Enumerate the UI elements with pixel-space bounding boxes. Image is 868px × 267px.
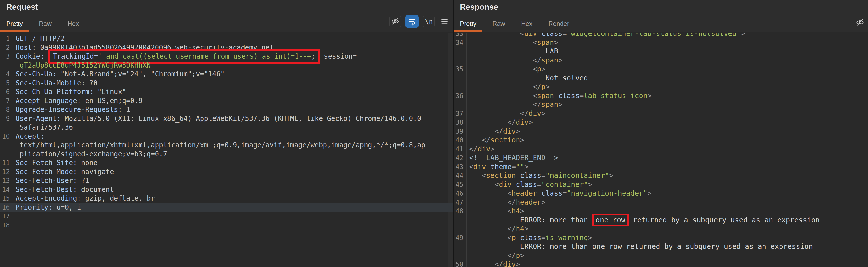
code-line: </span> [454, 56, 868, 65]
code-text: </div> [466, 144, 868, 153]
menu-icon[interactable] [439, 16, 450, 27]
code-text: Sec-Fetch-Mode: navigate [13, 168, 453, 177]
line-number: 9 [0, 114, 13, 123]
line-number: 37 [454, 109, 466, 118]
tab-render[interactable]: Render [548, 20, 569, 28]
code-line: 4Sec-Ch-Ua: "Not-A.Brand";v="24", "Chrom… [0, 70, 453, 79]
line-number: 43 [454, 162, 466, 172]
line-number: 4 [0, 70, 13, 79]
code-line: 49 <p class=is-warning> [454, 233, 868, 242]
request-editor[interactable]: 1GET / HTTP/22Host: 0a9900f403b1ad558026… [0, 33, 453, 267]
tab-hex[interactable]: Hex [68, 20, 79, 28]
code-text: GET / HTTP/2 [13, 34, 453, 43]
line-number: 2 [0, 43, 13, 52]
tab-hex[interactable]: Hex [521, 20, 532, 28]
code-line: 13Sec-Fetch-User: ?1 [0, 176, 453, 185]
line-number: 34 [454, 38, 466, 47]
newline-icon[interactable]: \n [423, 16, 435, 27]
code-line: 36 <span class=lab-status-icon> [454, 91, 868, 100]
line-number: 14 [0, 185, 13, 194]
line-number: 16 [0, 203, 13, 212]
code-line: 45 <div class="container"> [454, 180, 868, 189]
eye-slash-icon[interactable] [855, 17, 866, 28]
code-text: <div theme=""> [466, 162, 868, 171]
code-line: 14Sec-Fetch-Dest: document [0, 185, 453, 194]
word-wrap-icon[interactable] [405, 15, 418, 28]
code-text: Upgrade-Insecure-Requests: 1 [13, 105, 453, 114]
code-line: 39 </div> [454, 127, 868, 136]
code-line: text/html,application/xhtml+xml,applicat… [0, 141, 453, 150]
code-text: <p> [466, 64, 868, 73]
response-editor[interactable]: 33 <div class='widgetcontainer-lab-statu… [454, 33, 868, 267]
eye-slash-icon[interactable] [390, 16, 401, 27]
code-text: </p> [466, 251, 868, 260]
line-number: 6 [0, 88, 13, 96]
code-line: 18 [0, 221, 453, 230]
code-line: 37 </div> [454, 109, 868, 118]
code-text: </section> [466, 136, 868, 144]
code-line: 43<div theme=""> [454, 162, 868, 171]
line-number: 12 [0, 168, 13, 177]
code-text: <p class=is-warning> [466, 233, 868, 242]
code-text: <div class='widgetcontainer-lab-status i… [466, 33, 868, 38]
panel-title: Request [6, 2, 38, 12]
line-number: 11 [0, 158, 13, 168]
code-line: 3Cookie: TrackingId=' and cast((select u… [0, 52, 453, 61]
code-line: 6Sec-Ch-Ua-Platform: "Linux" [0, 88, 453, 96]
code-text: <header class="navigation-header"> [466, 189, 868, 198]
line-number: 47 [454, 198, 466, 207]
code-text: LAB [466, 47, 868, 56]
line-number: 42 [454, 153, 466, 162]
code-text: </div> [466, 118, 868, 127]
newline-glyph: \n [425, 18, 433, 26]
code-line: 44 <section class="maincontainer"> [454, 171, 868, 180]
code-line: 47 </header> [454, 198, 868, 207]
code-text: Sec-Ch-Ua-Platform: "Linux" [13, 88, 453, 96]
code-line: plication/signed-exchange;v=b3;q=0.7 [0, 150, 453, 159]
line-number: 35 [454, 65, 466, 74]
code-text: plication/signed-exchange;v=b3;q=0.7 [13, 150, 453, 159]
tab-pretty[interactable]: Pretty [460, 20, 476, 28]
line-number: 44 [454, 171, 466, 180]
code-line: 17 [0, 212, 453, 221]
code-text: </span> [466, 56, 868, 65]
code-text: <h4> [466, 206, 868, 215]
code-text: </div> [466, 109, 868, 118]
code-line: 11Sec-Fetch-Site: none [0, 158, 453, 168]
line-number: 18 [0, 221, 13, 230]
line-number: 46 [454, 189, 466, 198]
code-line: ERROR: more than one row returned by a s… [454, 242, 868, 251]
request-toolbar: Request PrettyRawHex \n [0, 0, 453, 32]
line-number: 45 [454, 180, 466, 189]
line-number: 36 [454, 91, 466, 100]
code-line: 5Sec-Ch-Ua-Mobile: ?0 [0, 79, 453, 88]
code-line: 42<!--LAB_HEADER_END--> [454, 153, 868, 162]
response-toolbar: Response PrettyRawHexRender [454, 0, 868, 32]
line-number: 33 [454, 33, 466, 38]
code-line: 50 </div> [454, 260, 868, 267]
code-text: <span> [466, 38, 868, 47]
code-line: Not solved [454, 73, 868, 83]
line-number: 1 [0, 34, 13, 43]
code-text: Not solved [466, 73, 868, 83]
code-text: Sec-Fetch-Dest: document [13, 185, 453, 194]
line-number: 41 [454, 145, 466, 154]
code-text: Accept: [13, 132, 453, 141]
code-line: </h4> [454, 224, 868, 233]
line-number: 15 [0, 194, 13, 203]
code-text: Accept-Encoding: gzip, deflate, br [13, 194, 453, 203]
code-line: ERROR: more than one row returned by a s… [454, 215, 868, 225]
code-line: 41</div> [454, 144, 868, 153]
code-text: </header> [466, 198, 868, 207]
code-text: Cookie: TrackingId=' and cast((select us… [13, 52, 453, 61]
tab-raw[interactable]: Raw [39, 20, 52, 28]
code-text: Sec-Fetch-Site: none [13, 158, 453, 168]
tab-raw[interactable]: Raw [492, 20, 505, 28]
code-line: Safari/537.36 [0, 123, 453, 132]
code-text: </p> [466, 82, 868, 91]
code-text: text/html,application/xhtml+xml,applicat… [13, 141, 453, 150]
code-line: </span> [454, 100, 868, 109]
line-number: 17 [0, 212, 13, 221]
tab-pretty[interactable]: Pretty [6, 20, 23, 28]
code-line: 8Upgrade-Insecure-Requests: 1 [0, 105, 453, 114]
